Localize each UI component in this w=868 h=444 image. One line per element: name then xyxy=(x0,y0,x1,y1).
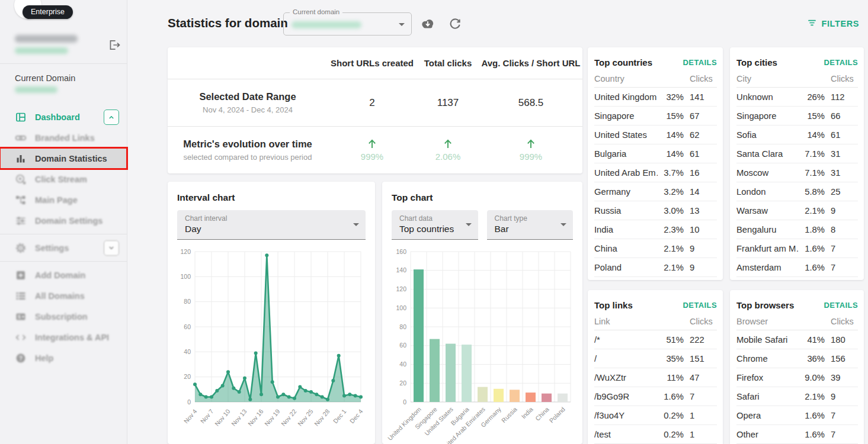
sidebar-item-settings[interactable]: Settings xyxy=(0,237,127,258)
summary-col-avg-clicks: Avg. Clicks / Short URL xyxy=(479,58,582,68)
svg-text:120: 120 xyxy=(396,285,406,292)
sidebar-item-label: Click Stream xyxy=(35,175,87,184)
row-percent: 2.1% xyxy=(658,244,684,253)
svg-text:Nov 25: Nov 25 xyxy=(296,407,315,427)
row-clicks: 7 xyxy=(831,430,858,439)
svg-text:80: 80 xyxy=(399,323,406,330)
row-clicks: 9 xyxy=(831,206,858,215)
chevron-down-icon[interactable] xyxy=(104,240,119,256)
table-row: United States14%62 xyxy=(594,126,717,144)
row-label: Mobile Safari xyxy=(736,335,799,345)
row-label: Amsterdam xyxy=(736,263,799,272)
total-clicks-value: 1137 xyxy=(417,97,479,109)
row-label: / xyxy=(594,354,658,363)
table-row: Chrome36%156 xyxy=(736,349,858,368)
plan-badge: Enterprise xyxy=(23,5,73,19)
svg-text:160: 160 xyxy=(396,248,406,255)
gear-icon xyxy=(15,242,27,254)
row-clicks: 67 xyxy=(690,111,717,121)
sidebar-item-subscription[interactable]: $Subscription xyxy=(0,306,127,327)
top-bar-chart: 020406080100120140160United KingdomSinga… xyxy=(392,244,573,444)
row-label: /* xyxy=(594,335,658,345)
table-row: /35%151 xyxy=(594,349,717,368)
sidebar-item-main-page[interactable]: Main Page xyxy=(0,189,127,210)
row-clicks: 16 xyxy=(690,168,717,178)
details-link[interactable]: DETAILS xyxy=(824,301,858,310)
row-clicks: 1 xyxy=(690,411,717,420)
domain-select-label: Current domain xyxy=(290,8,342,15)
details-link[interactable]: DETAILS xyxy=(683,301,717,310)
svg-text:Nov 16: Nov 16 xyxy=(246,407,265,427)
row-percent: 11% xyxy=(658,373,684,382)
table-row: Other1.6%7 xyxy=(736,425,858,444)
cloud-download-icon[interactable] xyxy=(419,16,436,31)
chart-type-select[interactable]: Chart type Bar xyxy=(487,210,574,240)
sidebar-item-domain-statistics[interactable]: Domain Statistics xyxy=(0,148,127,169)
panel-title: Top browsers xyxy=(736,300,794,310)
sidebar-item-help[interactable]: ?Help xyxy=(0,348,127,368)
column-header-clicks: Clicks xyxy=(690,74,717,83)
arrow-up-icon xyxy=(366,138,378,150)
details-link[interactable]: DETAILS xyxy=(824,58,858,67)
table-row: Bulgaria14%61 xyxy=(594,144,717,163)
svg-text:100: 100 xyxy=(180,273,191,280)
svg-text:40: 40 xyxy=(399,361,406,368)
sidebar-divider xyxy=(0,234,127,234)
sidebar-item-all-domains[interactable]: All Domains xyxy=(0,285,127,306)
row-clicks: 7 xyxy=(690,392,717,401)
table-row: Frankfurt am M…1.6%7 xyxy=(736,239,858,258)
chevron-up-icon[interactable] xyxy=(104,110,119,125)
sidebar-item-label: Settings xyxy=(35,243,69,253)
panel-top-links: Top linksDETAILSLinkClicks/*51%222/35%15… xyxy=(588,290,723,444)
filters-button[interactable]: FILTERS xyxy=(807,18,859,30)
table-row: /f3uo4Y0.2%1 xyxy=(594,406,717,425)
row-clicks: 9 xyxy=(690,263,717,272)
row-percent: 0.2% xyxy=(658,430,684,439)
chart-interval-select[interactable]: Chart interval Day xyxy=(177,210,366,240)
details-link[interactable]: DETAILS xyxy=(683,58,717,67)
panel-top-cities: Top citiesDETAILSCityClicksUnknown26%112… xyxy=(730,47,864,280)
table-row: Safari2.1%9 xyxy=(736,387,858,406)
sidebar-item-integrations-api[interactable]: Integrations & API xyxy=(0,327,127,348)
row-percent: 5.8% xyxy=(799,187,825,197)
subscription-card-icon: $ xyxy=(15,311,27,323)
row-percent: 14% xyxy=(799,130,825,140)
sidebar-item-label: Add Domain xyxy=(35,271,85,280)
interval-chart-title: Interval chart xyxy=(177,192,366,203)
column-header-clicks: Clicks xyxy=(831,317,858,326)
column-header-name: Country xyxy=(594,74,658,83)
svg-text:Dec 4: Dec 4 xyxy=(348,407,364,424)
table-row: Amsterdam1.6%7 xyxy=(736,258,858,277)
sidebar-item-domain-settings[interactable]: Domain Settings xyxy=(0,210,127,231)
svg-text:Nov 19: Nov 19 xyxy=(263,407,281,427)
sidebar-item-add-domain[interactable]: Add Domain xyxy=(0,265,127,285)
row-percent: 2.3% xyxy=(658,225,684,234)
table-row: /WuXZtr11%47 xyxy=(594,368,717,387)
table-row: Santa Clara7.1%31 xyxy=(736,144,858,163)
row-clicks: 7 xyxy=(831,263,858,272)
sidebar-item-dashboard[interactable]: Dashboard xyxy=(0,107,127,127)
refresh-icon[interactable] xyxy=(448,17,462,31)
row-clicks: 25 xyxy=(831,187,858,197)
row-percent: 14% xyxy=(658,130,684,140)
row-label: India xyxy=(594,225,658,234)
sidebar-item-label: All Domains xyxy=(35,291,85,301)
row-percent: 7.1% xyxy=(799,168,825,178)
redacted-account-name xyxy=(15,35,78,43)
sidebar-item-click-stream[interactable]: Click Stream xyxy=(0,169,127,189)
table-row: Firefox9.0%39 xyxy=(736,368,858,387)
row-label: Moscow xyxy=(736,168,799,178)
logout-icon[interactable] xyxy=(107,38,121,52)
row-label: Bengaluru xyxy=(736,225,799,234)
current-domain-select[interactable]: Current domain xyxy=(283,12,412,36)
row-clicks: 7 xyxy=(831,411,858,420)
column-header-name: Browser xyxy=(736,317,799,326)
sidebar-item-branded-links[interactable]: Branded Links xyxy=(0,127,127,148)
table-row: Sofia14%61 xyxy=(736,126,858,144)
row-clicks: 61 xyxy=(831,130,858,140)
chart-data-select[interactable]: Chart data Top countries xyxy=(392,210,478,240)
code-icon xyxy=(15,332,27,343)
row-clicks: 47 xyxy=(690,373,717,382)
table-row: Singapore15%67 xyxy=(594,107,717,126)
trend-percent: 2.06% xyxy=(435,152,461,162)
